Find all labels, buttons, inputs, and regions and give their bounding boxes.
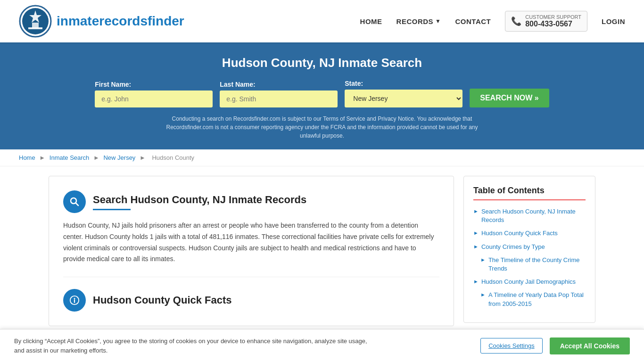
state-group: State: New Jersey (345, 80, 462, 107)
section1-title-block: Search Hudson County, NJ Inmate Records (93, 194, 306, 210)
nav-records[interactable]: RECORDS ▼ (396, 17, 441, 25)
toc-link-6[interactable]: A Timeline of Yearly Data Pop Total from… (488, 291, 586, 308)
toc-item-6[interactable]: ► A Timeline of Yearly Data Pop Total fr… (480, 291, 586, 308)
logo-icon (19, 5, 52, 38)
toc-chevron-2: ► (473, 230, 479, 236)
state-label: State: (345, 80, 363, 87)
cookie-banner: By clicking “Accept All Cookies”, you ag… (0, 329, 644, 336)
toc-chevron-1: ► (473, 208, 479, 214)
breadcrumb-county: Hudson County (152, 154, 194, 161)
toc-item-4[interactable]: ► The Timeline of the County Crime Trend… (480, 256, 586, 273)
site-header: inmaterecordsfinder HOME RECORDS ▼ CONTA… (0, 0, 644, 44)
toc-chevron-4: ► (480, 257, 486, 263)
logo-text: inmaterecordsfinder (57, 14, 184, 29)
section-divider (63, 277, 439, 277)
first-name-input[interactable] (95, 90, 213, 107)
nav-contact[interactable]: CONTACT (455, 17, 491, 25)
first-name-group: First Name: (95, 81, 213, 107)
breadcrumb-sep-3: ► (140, 154, 147, 161)
section2-title: Hudson County Quick Facts (93, 294, 232, 306)
breadcrumb-inmate-search[interactable]: Inmate Search (50, 154, 90, 161)
toc-link-2[interactable]: Hudson County Quick Facts (481, 229, 558, 238)
customer-support-box[interactable]: 📞 CUSTOMER SUPPORT 800-433-0567 (505, 11, 587, 32)
section1-title: Search Hudson County, NJ Inmate Records (93, 194, 306, 206)
svg-line-6 (76, 203, 79, 206)
toc-panel: Table of Contents ► Search Hudson County… (463, 176, 595, 323)
state-select[interactable]: New Jersey (345, 90, 462, 107)
last-name-group: Last Name: (220, 81, 338, 107)
logo-area: inmaterecordsfinder (19, 5, 184, 38)
search-banner: Hudson County, NJ Inmate Search First Na… (0, 44, 644, 149)
content-left: Search Hudson County, NJ Inmate Records … (49, 176, 454, 326)
breadcrumb: Home ► Inmate Search ► New Jersey ► Huds… (0, 149, 644, 166)
section1-underline (93, 209, 131, 210)
breadcrumb-sep-1: ► (39, 154, 47, 161)
toc-link-3[interactable]: County Crimes by Type (481, 243, 545, 251)
toc-chevron-5: ► (473, 279, 479, 284)
search-form: First Name: Last Name: State: New Jersey… (19, 80, 625, 107)
support-number: 800-433-0567 (525, 20, 581, 28)
nav-login[interactable]: LOGIN (602, 17, 625, 25)
toc-link-1[interactable]: Search Hudson County, NJ Inmate Records (481, 207, 586, 224)
nav-home[interactable]: HOME (360, 17, 382, 25)
svg-rect-4 (28, 27, 42, 29)
toc-chevron-3: ► (473, 244, 479, 249)
phone-icon: 📞 (511, 16, 521, 26)
breadcrumb-state[interactable]: New Jersey (103, 154, 135, 161)
section2-header: Hudson County Quick Facts (63, 289, 439, 312)
toc-link-4[interactable]: The Timeline of the County Crime Trends (488, 256, 586, 273)
search-now-button[interactable]: SEARCH NOW » (470, 89, 549, 107)
toc-item-1[interactable]: ► Search Hudson County, NJ Inmate Record… (473, 207, 586, 224)
toc-underline (473, 199, 586, 200)
support-label: CUSTOMER SUPPORT (525, 14, 581, 20)
breadcrumb-sep-2: ► (93, 154, 101, 161)
breadcrumb-home[interactable]: Home (19, 154, 35, 161)
toc-item-2[interactable]: ► Hudson County Quick Facts (473, 229, 586, 238)
toc-link-5[interactable]: Hudson County Jail Demographics (481, 278, 576, 286)
main-nav: HOME RECORDS ▼ CONTACT 📞 CUSTOMER SUPPOR… (360, 11, 625, 32)
last-name-input[interactable] (220, 90, 338, 107)
info-icon (63, 289, 86, 312)
first-name-label: First Name: (95, 81, 131, 88)
search-disclaimer: Conducting a search on Recordsfinder.com… (157, 115, 487, 140)
toc-item-5[interactable]: ► Hudson County Jail Demographics (473, 278, 586, 286)
toc-item-3[interactable]: ► County Crimes by Type (473, 243, 586, 251)
main-content: Search Hudson County, NJ Inmate Records … (39, 176, 605, 326)
search-icon (63, 190, 86, 213)
search-banner-title: Hudson County, NJ Inmate Search (19, 56, 625, 70)
section1-header: Search Hudson County, NJ Inmate Records (63, 190, 439, 213)
section1-body: Hudson County, NJ jails hold prisoners a… (63, 220, 439, 265)
last-name-label: Last Name: (220, 81, 255, 88)
toc-title: Table of Contents (473, 186, 586, 196)
chevron-down-icon: ▼ (435, 18, 441, 25)
toc-chevron-6: ► (480, 292, 486, 297)
